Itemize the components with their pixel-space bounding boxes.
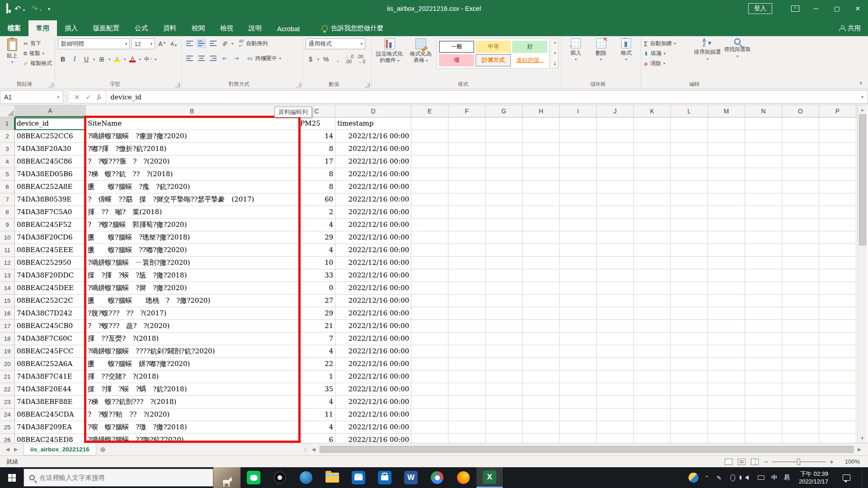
row-header-5[interactable]: 5 [0, 168, 15, 181]
cell-J9[interactable] [597, 219, 634, 231]
cell-M20[interactable] [708, 358, 745, 371]
cell-D4[interactable]: 2022/12/16 00:00 [335, 155, 411, 168]
cell-E2[interactable] [411, 130, 448, 143]
cell-K21[interactable] [634, 371, 671, 383]
cell-B23[interactable]: ?梯 蝮??鈧剖??? ?(2018) [86, 396, 298, 408]
tab-acrobat[interactable]: Acrobat [269, 22, 307, 36]
cell-H10[interactable] [523, 231, 560, 244]
cell-E1[interactable] [411, 117, 448, 130]
cell-H23[interactable] [523, 396, 560, 408]
sort-filter-button[interactable]: AZ▼ 排序與篩選▾ [693, 38, 722, 80]
row-header-17[interactable]: 17 [0, 320, 15, 333]
cell-G12[interactable] [486, 257, 523, 269]
alignment-dialog-launcher[interactable]: ↘ [296, 82, 301, 87]
cell-E4[interactable] [411, 155, 448, 168]
grow-font-button[interactable]: A▴ [157, 39, 167, 49]
cell-D26[interactable]: 2022/12/16 00:00 [335, 434, 411, 443]
cell-K22[interactable] [634, 383, 671, 396]
mouse-icon[interactable] [729, 474, 737, 482]
cell-J15[interactable] [597, 295, 634, 307]
cell-G21[interactable] [486, 371, 523, 383]
cell-A23[interactable]: 74DA38EBF88E [15, 396, 86, 408]
styles-gallery-scroll[interactable]: ▴▾▾ [552, 38, 558, 68]
cell-K2[interactable] [634, 130, 671, 143]
keyboard-icon[interactable] [757, 474, 765, 482]
font-dialog-launcher[interactable]: ↘ [175, 82, 180, 87]
cell-L3[interactable] [671, 143, 708, 155]
cell-B13[interactable]: 擛 ?揮 ?蝧 ?瓬 ?撤?2018) [86, 269, 298, 282]
cell-E16[interactable] [411, 307, 448, 320]
minimize-button[interactable]: ─ [806, 0, 826, 17]
taskbar-line-app[interactable] [241, 467, 267, 488]
row-header-15[interactable]: 15 [0, 295, 15, 307]
cell-N14[interactable] [745, 282, 782, 295]
horizontal-scrollbar[interactable]: ◀ ▶ [310, 445, 863, 454]
cell-F9[interactable] [448, 219, 486, 231]
cell-E5[interactable] [411, 168, 448, 181]
zoom-slider[interactable] [772, 461, 826, 462]
cell-O16[interactable] [782, 307, 819, 320]
cell-N11[interactable] [745, 244, 782, 257]
cell-B5[interactable]: ?梯 蝮??鈧 ?? ?(2018) [86, 168, 298, 181]
column-header-J[interactable]: J [597, 105, 634, 117]
cell-F14[interactable] [448, 282, 486, 295]
cell-B2[interactable]: ?喎姘蝮?腦蝧 ?瘞游?撤?2020) [86, 130, 298, 143]
cell-H14[interactable] [523, 282, 560, 295]
close-button[interactable]: ✕ [847, 0, 868, 17]
cell-N18[interactable] [745, 333, 782, 345]
cell-M4[interactable] [708, 155, 745, 168]
cell-P1[interactable] [819, 117, 856, 130]
cell-M25[interactable] [708, 421, 745, 434]
cell-J5[interactable] [597, 168, 634, 181]
cell-J25[interactable] [597, 421, 634, 434]
cell-B16[interactable]: ?脫?蝮??? ?? ?(2017) [86, 307, 298, 320]
cell-D1[interactable]: timestamp [335, 117, 411, 130]
cell-D25[interactable]: 2022/12/16 00:00 [335, 421, 411, 434]
tell-me-box[interactable]: 告訴我您想做什麼 [317, 20, 388, 36]
row-header-3[interactable]: 3 [0, 143, 15, 155]
collapse-ribbon-icon[interactable]: ∧ [859, 80, 863, 86]
cell-P17[interactable] [819, 320, 856, 333]
cell-J24[interactable] [597, 408, 634, 421]
cell-N17[interactable] [745, 320, 782, 333]
taskbar-chrome[interactable] [424, 467, 450, 488]
cell-P14[interactable] [819, 282, 856, 295]
row-header-16[interactable]: 16 [0, 307, 15, 320]
borders-button[interactable]: ⊞ [97, 54, 107, 64]
zoom-out-icon[interactable]: − [764, 458, 768, 465]
cell-F4[interactable] [448, 155, 486, 168]
cell-D3[interactable]: 2022/12/16 00:00 [335, 143, 411, 155]
cell-L19[interactable] [671, 345, 708, 358]
cell-O19[interactable] [782, 345, 819, 358]
cell-G13[interactable] [486, 269, 523, 282]
cell-E11[interactable] [411, 244, 448, 257]
cell-B1[interactable]: SiteName [86, 117, 298, 130]
cell-A9[interactable]: 08BEAC245F52 [15, 219, 86, 231]
cell-H2[interactable] [523, 130, 560, 143]
taskbar-photo-thumbnail[interactable] [213, 467, 241, 488]
cell-F8[interactable] [448, 206, 486, 219]
cell-G19[interactable] [486, 345, 523, 358]
column-header-M[interactable]: M [708, 105, 745, 117]
share-button[interactable]: 共用 [832, 20, 868, 36]
cell-M11[interactable] [708, 244, 745, 257]
cell-H3[interactable] [523, 143, 560, 155]
sign-in-button[interactable]: 登入 [748, 3, 772, 14]
cell-F20[interactable] [448, 358, 486, 371]
cell-I26[interactable] [560, 434, 597, 443]
row-header-10[interactable]: 10 [0, 231, 15, 244]
cell-G8[interactable] [486, 206, 523, 219]
cell-E12[interactable] [411, 257, 448, 269]
cell-I24[interactable] [560, 408, 597, 421]
cell-M16[interactable] [708, 307, 745, 320]
fill-color-button[interactable]: ◊ [112, 54, 122, 64]
cell-M2[interactable] [708, 130, 745, 143]
cell-A25[interactable]: 74DA38F209EA [15, 421, 86, 434]
cell-B22[interactable]: 擛 ?揮 ?蝧 ?蟡 ?鈧?2018) [86, 383, 298, 396]
search-input[interactable] [39, 474, 208, 481]
cell-D19[interactable]: 2022/12/16 00:00 [335, 345, 411, 358]
cell-D8[interactable]: 2022/12/16 00:00 [335, 206, 411, 219]
cell-J21[interactable] [597, 371, 634, 383]
cell-B26[interactable]: ?喎姘蝮?腦蝧 ??啣?鈧?2020) [86, 434, 298, 443]
tab-home[interactable]: 常用 [28, 20, 57, 36]
